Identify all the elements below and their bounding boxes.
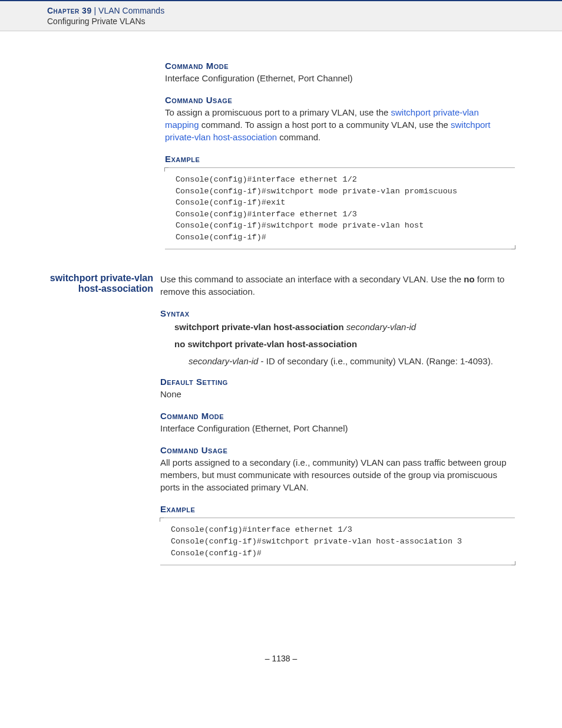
usage-mid: command. To assign a host port to a comm… [199,120,451,130]
chapter-title: VLAN Commands [98,6,164,15]
section-1: Command Mode Interface Configuration (Et… [165,61,515,249]
command-usage-heading: Command Usage [165,95,515,105]
page-header: Chapter 39 | VLAN Commands Configuring P… [0,0,562,31]
intro-text: Use this command to associate an interfa… [160,273,515,298]
command-usage-heading-2: Command Usage [160,445,515,455]
section-2-content: Use this command to associate an interfa… [160,273,515,571]
command-mode-text-2: Interface Configuration (Ethernet, Port … [160,422,515,434]
example-heading-2: Example [160,504,515,514]
page-body: Command Mode Interface Configuration (Et… [0,31,562,687]
intro-no: no [464,274,474,284]
syntax-no: no switchport private-vlan host-associat… [174,339,357,349]
command-title: switchport private-vlan host-association [47,273,160,571]
syntax-line-1: switchport private-vlan host-association… [174,322,515,332]
header-subtitle: Configuring Private VLANs [47,17,562,26]
intro-pre: Use this command to associate an interfa… [160,274,464,284]
command-usage-text-2: All ports assigned to a secondary (i.e.,… [160,456,515,493]
chapter-label: Chapter 39 [47,6,92,15]
divider: | [92,6,98,15]
page-number: – 1138 – [47,654,515,663]
usage-post: command. [277,132,320,142]
syntax-block: switchport private-vlan host-association… [174,322,515,366]
example-code-block: Console(config)#interface ethernet 1/2 C… [165,167,515,249]
param-name: secondary-vlan-id [189,356,258,366]
syntax-line-2: no switchport private-vlan host-associat… [174,339,515,349]
syntax-heading: Syntax [160,308,515,318]
default-setting-heading: Default Setting [160,377,515,387]
param-desc: secondary-vlan-id - ID of secondary (i.e… [189,356,515,366]
command-usage-text: To assign a promiscuous port to a primar… [165,106,515,143]
section-2: switchport private-vlan host-association… [47,273,515,571]
default-setting-text: None [160,388,515,400]
header-line1: Chapter 39 | VLAN Commands [47,6,562,15]
command-mode-heading-2: Command Mode [160,411,515,421]
syntax-cmd: switchport private-vlan host-association [174,322,344,332]
param-text: - ID of secondary (i.e., community) VLAN… [258,356,493,366]
usage-pre: To assign a promiscuous port to a primar… [165,107,391,117]
command-mode-heading: Command Mode [165,61,515,71]
example-code-block-2: Console(config)#interface ethernet 1/3 C… [160,518,515,565]
syntax-arg: secondary-vlan-id [346,322,416,332]
command-mode-text: Interface Configuration (Ethernet, Port … [165,72,515,84]
example-heading: Example [165,154,515,164]
